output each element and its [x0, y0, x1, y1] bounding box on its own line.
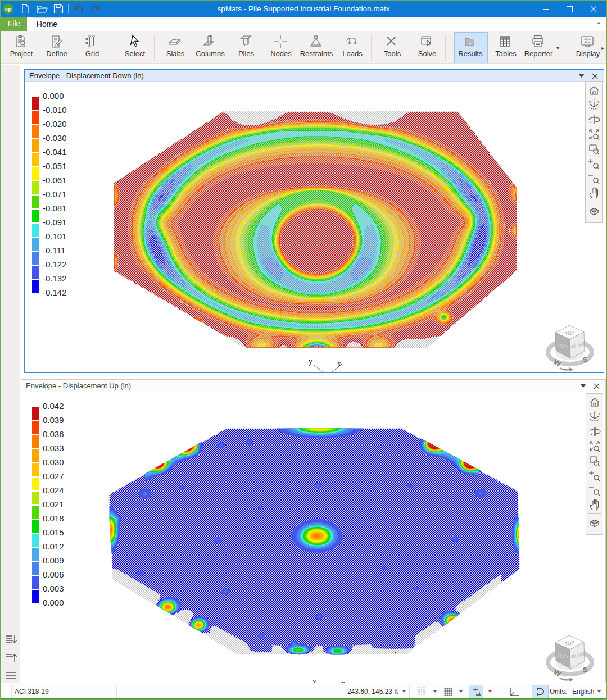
svg-text:z: z — [594, 411, 596, 413]
svg-text:y: y — [590, 412, 592, 416]
svg-text:x: x — [597, 100, 600, 104]
svg-text:y: y — [589, 100, 591, 104]
svg-text:z: z — [593, 99, 595, 102]
svg-text:x: x — [598, 412, 600, 416]
